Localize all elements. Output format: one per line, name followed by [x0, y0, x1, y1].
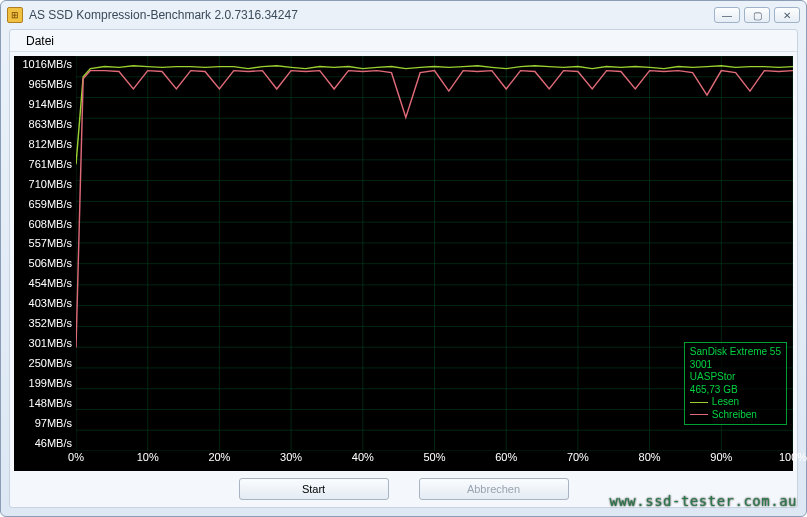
- titlebar: ⊞ AS SSD Kompression-Benchmark 2.0.7316.…: [1, 1, 806, 29]
- x-tick-label: 20%: [208, 451, 230, 463]
- app-window: ⊞ AS SSD Kompression-Benchmark 2.0.7316.…: [0, 0, 807, 517]
- cancel-button[interactable]: Abbrechen: [419, 478, 569, 500]
- legend-read-label: Lesen: [712, 396, 739, 409]
- y-tick-label: 301MB/s: [18, 337, 72, 349]
- y-axis: 1016MB/s965MB/s914MB/s863MB/s812MB/s761M…: [14, 56, 76, 451]
- y-tick-label: 148MB/s: [18, 397, 72, 409]
- menubar: Datei: [10, 30, 797, 52]
- x-tick-label: 70%: [567, 451, 589, 463]
- y-tick-label: 710MB/s: [18, 178, 72, 190]
- legend-firmware: 3001: [690, 359, 781, 372]
- y-tick-label: 659MB/s: [18, 198, 72, 210]
- y-tick-label: 557MB/s: [18, 237, 72, 249]
- y-tick-label: 250MB/s: [18, 357, 72, 369]
- legend-controller: UASPStor: [690, 371, 781, 384]
- x-tick-label: 50%: [423, 451, 445, 463]
- y-tick-label: 454MB/s: [18, 277, 72, 289]
- y-tick-label: 199MB/s: [18, 377, 72, 389]
- y-tick-label: 965MB/s: [18, 78, 72, 90]
- window-controls: — ▢ ✕: [714, 7, 800, 23]
- maximize-button[interactable]: ▢: [744, 7, 770, 23]
- y-tick-label: 608MB/s: [18, 218, 72, 230]
- y-tick-label: 761MB/s: [18, 158, 72, 170]
- content-panel: Datei 1016MB/s965MB/s914MB/s863MB/s812MB…: [9, 29, 798, 508]
- y-tick-label: 97MB/s: [18, 417, 72, 429]
- menu-datei[interactable]: Datei: [18, 32, 62, 50]
- legend-read-row: Lesen: [690, 396, 781, 409]
- x-tick-label: 100%: [779, 451, 807, 463]
- x-tick-label: 60%: [495, 451, 517, 463]
- app-icon: ⊞: [7, 7, 23, 23]
- plot-area: SanDisk Extreme 55 3001 UASPStor 465,73 …: [76, 56, 793, 451]
- x-axis-spacer: [14, 451, 76, 471]
- legend-write-row: Schreiben: [690, 409, 781, 422]
- legend-capacity: 465,73 GB: [690, 384, 781, 397]
- y-tick-label: 352MB/s: [18, 317, 72, 329]
- start-button[interactable]: Start: [239, 478, 389, 500]
- legend-write-label: Schreiben: [712, 409, 757, 422]
- legend-box: SanDisk Extreme 55 3001 UASPStor 465,73 …: [684, 342, 787, 425]
- x-tick-label: 0%: [68, 451, 84, 463]
- chart-container: 1016MB/s965MB/s914MB/s863MB/s812MB/s761M…: [10, 52, 797, 471]
- y-tick-label: 1016MB/s: [18, 58, 72, 70]
- y-tick-label: 812MB/s: [18, 138, 72, 150]
- legend-write-line: [690, 414, 708, 415]
- minimize-button[interactable]: —: [714, 7, 740, 23]
- x-tick-label: 90%: [710, 451, 732, 463]
- x-tick-label: 30%: [280, 451, 302, 463]
- x-tick-label: 80%: [639, 451, 661, 463]
- legend-device: SanDisk Extreme 55: [690, 346, 781, 359]
- window-title: AS SSD Kompression-Benchmark 2.0.7316.34…: [29, 8, 714, 22]
- y-tick-label: 914MB/s: [18, 98, 72, 110]
- y-tick-label: 863MB/s: [18, 118, 72, 130]
- y-tick-label: 46MB/s: [18, 437, 72, 449]
- x-axis-ticks: 0%10%20%30%40%50%60%70%80%90%100%: [76, 451, 793, 471]
- y-tick-label: 506MB/s: [18, 257, 72, 269]
- chart-area: 1016MB/s965MB/s914MB/s863MB/s812MB/s761M…: [14, 56, 793, 451]
- y-tick-label: 403MB/s: [18, 297, 72, 309]
- x-axis: 0%10%20%30%40%50%60%70%80%90%100%: [14, 451, 793, 471]
- button-bar: Start Abbrechen: [10, 471, 797, 507]
- x-tick-label: 40%: [352, 451, 374, 463]
- x-tick-label: 10%: [137, 451, 159, 463]
- legend-read-line: [690, 402, 708, 403]
- close-button[interactable]: ✕: [774, 7, 800, 23]
